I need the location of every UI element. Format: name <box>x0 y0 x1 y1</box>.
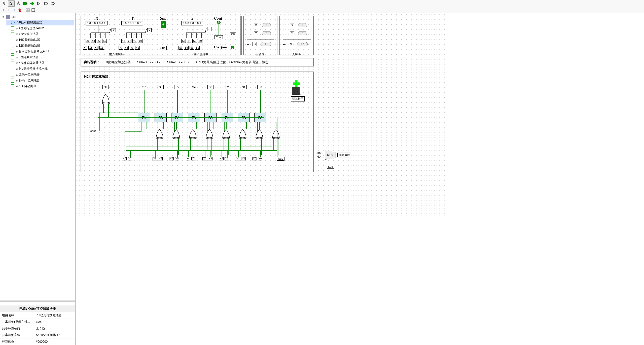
text-tool[interactable]: A <box>15 1 22 7</box>
hr <box>247 40 274 40</box>
mux-block[interactable]: MUX <box>325 151 336 160</box>
disclosure-icon[interactable]: ▼ <box>2 16 5 18</box>
x-input-pin: X4 <box>186 157 190 160</box>
or-gate-tool[interactable] <box>50 1 57 7</box>
tree-item-label: ☆5位阵列乘法器 <box>16 55 39 59</box>
wire <box>161 150 161 157</box>
tree-item[interactable]: ☆算术逻辑运算单元ALU <box>6 49 74 54</box>
tree-item[interactable]: ☆4位快速加法器 <box>6 31 74 37</box>
cout-output-pin: Cout <box>89 129 97 133</box>
wire <box>213 122 213 129</box>
select-tool[interactable] <box>8 1 15 7</box>
tree-item[interactable]: ☆16位快速加法器 <box>6 37 74 43</box>
wire <box>207 139 207 150</box>
wire <box>194 90 194 113</box>
project-tree[interactable]: ▼ alu ☆8位可控加减法器 ☆4位先行进位74182 ☆4位快速加法器 ☆1… <box>0 13 75 301</box>
wire <box>98 131 138 131</box>
move-up-btn[interactable]: ↑ <box>7 8 11 12</box>
move-down-btn[interactable]: ↓ <box>12 8 17 12</box>
svg-rect-5 <box>26 9 27 10</box>
wire <box>141 122 141 132</box>
signed-s-pin: S <box>253 42 257 46</box>
pin: Y3 <box>130 46 134 50</box>
wire <box>147 122 147 129</box>
y-input-pin: Y2 <box>225 157 229 160</box>
property-row[interactable]: 电路名称☆8位可控加减法器 <box>0 312 75 319</box>
xor-gate-icon[interactable] <box>101 94 110 105</box>
output-pin-tool[interactable] <box>29 1 36 7</box>
s-splitter <box>181 25 211 40</box>
description-box: 功能说明： 8位可控加减法器 Sub=0: S = X+Y Sub=1:S = … <box>81 58 314 66</box>
pin: Y5 <box>124 46 129 50</box>
pin: X0 <box>102 39 107 43</box>
not-gate-tool[interactable] <box>36 1 43 7</box>
property-row[interactable]: 共享标签朝向上 (北) <box>0 325 75 332</box>
wire <box>322 153 325 153</box>
hr <box>283 40 311 40</box>
wire <box>222 150 222 157</box>
tree-item[interactable]: ★ALU自动测试 <box>6 83 74 89</box>
canvas-scroll[interactable]: X 00001001 X X6 X4 X2 X0 X7 X5 X3 X1 Y 0… <box>76 13 644 345</box>
tree-scrollbar[interactable] <box>0 301 75 305</box>
property-row[interactable]: 共享标签(显示在封…CAS <box>0 319 75 325</box>
wire <box>210 150 211 157</box>
tree-item[interactable]: ☆32位快速加法器 <box>6 43 74 49</box>
property-row[interactable]: 共享标签字体SansSerif 粗体 12 <box>0 332 75 338</box>
svg-point-2 <box>31 2 34 5</box>
layout-btn[interactable] <box>25 8 30 12</box>
y-input-pin: Y6 <box>158 157 163 160</box>
unsigned-label: 无符号 <box>292 52 301 56</box>
tree-item[interactable]: ☆6位补码阵列乘法器 <box>6 60 74 66</box>
wire <box>157 139 158 150</box>
pin: S5 <box>184 46 189 50</box>
svg-rect-0 <box>23 2 26 5</box>
tree-item[interactable]: ☆5位无符号乘法流水线 <box>6 66 74 72</box>
tree-item[interactable]: ☆原码一位乘法器 <box>6 72 74 78</box>
wire <box>230 122 230 129</box>
wire <box>255 150 255 157</box>
input-pin-tool[interactable] <box>22 1 29 7</box>
pin: S1 <box>195 46 200 50</box>
xor-gate-icon[interactable] <box>255 129 264 140</box>
appearance-btn[interactable] <box>31 8 35 12</box>
y-input-pin: Y0 <box>258 157 262 160</box>
wire <box>240 139 241 150</box>
and-gate-tool[interactable] <box>43 1 50 7</box>
xor-gate-icon[interactable] <box>222 129 231 140</box>
wire <box>219 24 219 35</box>
xor-gate-icon[interactable] <box>172 129 181 140</box>
poke-tool[interactable] <box>1 1 8 7</box>
tree-item[interactable]: ☆4位先行进位74182 <box>6 25 74 31</box>
circuit-canvas[interactable]: X 00001001 X X6 X4 X2 X0 X7 X5 X3 X1 Y 0… <box>76 13 448 217</box>
tree-item[interactable]: ☆5位阵列乘法器 <box>6 54 74 60</box>
cout-pin-label: Cout <box>214 35 223 39</box>
pin: X5 <box>88 46 93 50</box>
sub-input[interactable]: 0 <box>161 21 166 28</box>
wire <box>226 122 227 129</box>
tree-item[interactable]: ☆8位可控加减法器 <box>6 20 74 25</box>
delete-btn[interactable]: 🗑 <box>18 8 22 12</box>
xor-gate-icon[interactable] <box>155 129 164 140</box>
pin: X1 <box>99 46 104 50</box>
y-bits[interactable]: 00001000 <box>121 21 143 25</box>
add-circuit-btn[interactable]: + <box>1 8 6 12</box>
x-splitter <box>86 25 116 40</box>
x-input-pin: X1 <box>236 157 240 160</box>
x-bits[interactable]: 00001001 <box>86 21 108 25</box>
property-row[interactable]: 标签颜色#000000 <box>0 338 75 345</box>
properties-table: 电路名称☆8位可控加减法器 共享标签(显示在封…CAS 共享标签朝向上 (北) … <box>0 312 75 345</box>
circuit-icon <box>11 55 14 59</box>
of-output-pin: OF <box>102 85 109 89</box>
tree-item[interactable]: ☆补码一位乘法器 <box>6 78 74 83</box>
wire <box>125 131 141 132</box>
xor-gate-icon[interactable] <box>271 129 280 140</box>
wire <box>130 150 131 157</box>
svg-rect-10 <box>292 87 300 95</box>
tree-root-item[interactable]: ▼ alu <box>1 14 74 20</box>
xor-gate-icon[interactable] <box>238 129 247 140</box>
s-bits: 00010001 <box>181 21 203 25</box>
wire <box>163 28 163 45</box>
xor-gate-icon[interactable] <box>205 129 214 140</box>
xor-gate-icon[interactable] <box>188 129 197 140</box>
pin: Y0 <box>138 39 142 43</box>
